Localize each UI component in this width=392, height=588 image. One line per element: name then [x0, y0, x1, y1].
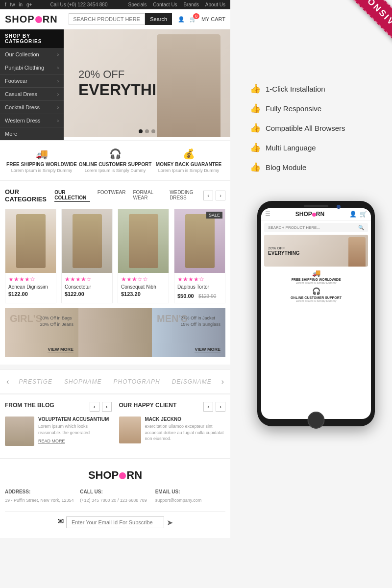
- hero-banner: 20% OFF EVERYTHING: [64, 29, 230, 137]
- category-tabs[interactable]: OUR COLLECTION FOOTWEAR FORMAL WEAR WEDD…: [54, 190, 203, 202]
- tab-footwear[interactable]: FOOTWEAR: [98, 190, 126, 202]
- product-figure-3: [129, 214, 158, 268]
- chevron-right-icon: ›: [57, 105, 59, 110]
- thumbs-up-icon-4: 👍: [250, 142, 261, 153]
- feature-item-5: 👍 Blog Module: [250, 162, 382, 172]
- product-price-2: $122.00: [65, 291, 109, 297]
- phone-support-desc: Lorem Ipsum is Simply Dummy: [264, 299, 368, 302]
- phone-screen: ☰ SHOPRN 👤 🛒 🔍: [261, 208, 371, 419]
- footer-logo: SHOPRN: [5, 469, 225, 482]
- products-grid: ★★★★☆ Aenean Dignissim $122.00 ★★★★☆ Con…: [5, 209, 225, 303]
- phone-hero-tagline: EVERYTHING: [268, 250, 300, 256]
- responsive-label: RESPONSIVE: [322, 0, 392, 55]
- product-info-1: ★★★★☆ Aenean Dignissim $122.00: [5, 273, 56, 300]
- sidebar-item-punjabi[interactable]: Punjabi Clothing›: [0, 61, 64, 74]
- product-card-1: ★★★★☆ Aenean Dignissim $122.00: [5, 209, 56, 303]
- clients-nav-arrows[interactable]: ‹ ›: [203, 402, 225, 412]
- next-arrow[interactable]: ›: [216, 191, 225, 200]
- phone-logo: SHOPRN: [295, 211, 324, 218]
- search-button[interactable]: Search: [145, 13, 172, 25]
- phone-support-icon: 🎧: [264, 287, 368, 295]
- phone-hero-discount: 20% OFF: [268, 246, 285, 250]
- clients-next-arrow[interactable]: ›: [216, 402, 225, 412]
- blog-nav-arrows[interactable]: ‹ ›: [90, 402, 112, 412]
- nav-specials[interactable]: Specials: [128, 2, 147, 7]
- footer-subscribe[interactable]: ✉ ➤: [5, 511, 225, 533]
- main-layout: SHOP BY CATEGORIES Our Collection› Punja…: [0, 29, 230, 140]
- sidebar-item-western[interactable]: Western Dress›: [0, 114, 64, 127]
- tab-collection[interactable]: OUR COLLECTION: [54, 190, 90, 202]
- hero-dot-3[interactable]: [151, 129, 155, 133]
- hero-dot-1[interactable]: [139, 129, 143, 133]
- blog-next-arrow[interactable]: ›: [102, 402, 112, 412]
- social-links[interactable]: f tw in g+: [5, 2, 34, 7]
- user-icon[interactable]: 👤: [178, 16, 185, 23]
- twitter-icon[interactable]: tw: [10, 2, 15, 7]
- sidebar-title: SHOP BY CATEGORIES: [0, 29, 64, 48]
- shipping-icon: 🚚: [5, 148, 78, 160]
- search-input[interactable]: [69, 13, 145, 25]
- brands-row: ‹ PRESTIGE SHOPNAME PHOTOGRAPH DEISGNAME…: [0, 369, 230, 394]
- categories-title: OUR CATEGORIES: [5, 188, 54, 203]
- phone-search-input[interactable]: [268, 225, 358, 230]
- logo: SHOPRN: [5, 14, 58, 25]
- product-image-1: [5, 209, 56, 273]
- sidebar: SHOP BY CATEGORIES Our Collection› Punja…: [0, 29, 64, 140]
- clients-section: OUR HAPPY CLIENT ‹ › MACK JECKNO exercit…: [119, 402, 226, 451]
- feature-moneyback-title: MONEY BACK GUARANTEE: [152, 162, 225, 167]
- cart-icon[interactable]: 🛒0: [190, 16, 196, 23]
- sidebar-item-more[interactable]: More: [0, 127, 64, 140]
- subscribe-input[interactable]: [66, 516, 164, 528]
- phone-hero: 20% OFF EVERYTHING: [264, 235, 368, 267]
- brands-prev-arrow[interactable]: ‹: [2, 377, 13, 386]
- product-figure-1: [16, 214, 46, 268]
- product-image-4: [174, 209, 225, 273]
- phone-hero-text: 20% OFF EVERYTHING: [268, 246, 300, 256]
- footer-phone-title: CALL US:: [80, 489, 150, 494]
- sidebar-item-footwear[interactable]: Footwear›: [0, 74, 64, 88]
- facebook-icon[interactable]: f: [5, 2, 6, 7]
- promo-girls-cta[interactable]: VIEW MORE: [48, 347, 74, 352]
- product-old-price-4: $123.00: [198, 294, 216, 299]
- product-nav-arrows[interactable]: ‹ ›: [203, 191, 225, 200]
- subscribe-button[interactable]: ➤: [167, 516, 173, 528]
- read-more-1[interactable]: READ MORE: [38, 439, 65, 443]
- promo-model: [78, 308, 152, 357]
- search-bar[interactable]: Search: [69, 13, 167, 25]
- hero-pagination: [139, 129, 155, 133]
- phone-search-icon: 🔍: [358, 225, 364, 230]
- product-name-3: Consequat Nibh: [121, 284, 166, 290]
- support-icon: 🎧: [78, 148, 152, 160]
- feature-label-1: 1-Click Installation: [266, 85, 325, 93]
- cart-label[interactable]: MY CART: [201, 16, 225, 22]
- promo-mens-cta[interactable]: VIEW MORE: [195, 347, 220, 352]
- top-nav[interactable]: Specials Contact Us Brands About Us: [123, 2, 225, 7]
- prev-arrow[interactable]: ‹: [203, 191, 213, 200]
- google-icon[interactable]: g+: [26, 2, 32, 7]
- nav-contact[interactable]: Contact Us: [153, 2, 177, 7]
- nav-brands[interactable]: Brands: [183, 2, 199, 7]
- footer-cols: ADDRESS: 19 - Puffin Street, New York, 1…: [5, 489, 225, 504]
- phone-search[interactable]: 🔍: [264, 223, 368, 232]
- instagram-icon[interactable]: in: [19, 2, 23, 7]
- phone-mockup-container: ☰ SHOPRN 👤 🛒 🔍: [240, 191, 392, 436]
- hero-dot-2[interactable]: [145, 129, 149, 133]
- phone-cart-icon: 🛒: [360, 211, 367, 218]
- sidebar-item-collection[interactable]: Our Collection›: [0, 48, 64, 61]
- tab-wedding[interactable]: WEDDING DRESS: [170, 190, 203, 202]
- blog-prev-arrow[interactable]: ‹: [90, 402, 99, 412]
- product-price-3: $123.20: [121, 291, 166, 297]
- sidebar-item-cocktail[interactable]: Cocktail Dress›: [0, 101, 64, 114]
- brand-deisgname: DEISGNAME: [172, 378, 212, 385]
- header-right: 👤 🛒0 MY CART: [178, 16, 225, 23]
- tab-formal[interactable]: FORMAL WEAR: [133, 190, 163, 202]
- nav-about[interactable]: About Us: [205, 2, 225, 7]
- phone-camera: [337, 205, 341, 209]
- blog-content-1: VOLUPTATEM ACCUSANTIUM Lorem ipsum which…: [38, 416, 112, 446]
- hero-model-image: [157, 34, 220, 137]
- brands-next-arrow[interactable]: ›: [218, 377, 228, 386]
- blog-clients-section: FROM THE BLOG ‹ › VOLUPTATEM ACCUSANTIUM…: [0, 394, 230, 458]
- clients-prev-arrow[interactable]: ‹: [203, 402, 213, 412]
- sidebar-item-casual[interactable]: Casual Dress›: [0, 88, 64, 101]
- blog-section: FROM THE BLOG ‹ › VOLUPTATEM ACCUSANTIUM…: [5, 402, 112, 451]
